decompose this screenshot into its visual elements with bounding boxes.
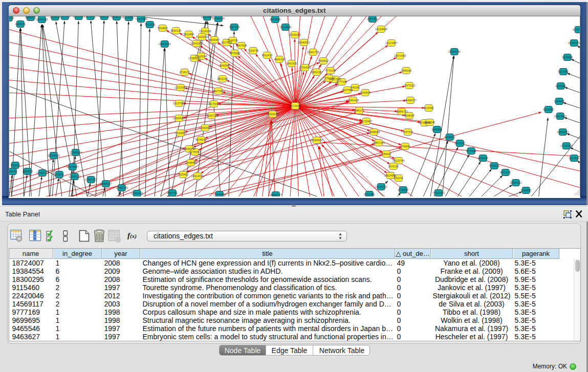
- svg-text:17957223: 17957223: [84, 178, 97, 181]
- svg-text:13226058: 13226058: [199, 30, 211, 33]
- svg-text:77752047: 77752047: [322, 77, 335, 80]
- svg-text:1745961: 1745961: [400, 145, 410, 148]
- svg-text:12923443: 12923443: [130, 192, 143, 195]
- svg-text:13325419: 13325419: [288, 33, 300, 36]
- svg-text:93103413: 93103413: [72, 16, 84, 18]
- svg-text:2803144: 2803144: [217, 77, 228, 80]
- svg-text:39153: 39153: [9, 170, 16, 173]
- svg-text:16154808: 16154808: [375, 28, 387, 31]
- svg-text:64835030: 64835030: [110, 16, 122, 18]
- svg-text:7625402: 7625402: [178, 173, 188, 176]
- svg-text:7346706: 7346706: [227, 39, 238, 42]
- svg-text:17016504: 17016504: [560, 144, 572, 147]
- svg-text:14914479: 14914479: [191, 174, 203, 178]
- svg-text:12342737: 12342737: [36, 171, 48, 174]
- svg-text:9084067: 9084067: [381, 152, 391, 156]
- svg-text:20206536: 20206536: [47, 154, 59, 157]
- svg-text:7663822: 7663822: [157, 27, 168, 30]
- svg-text:5578332: 5578332: [195, 138, 206, 141]
- svg-text:12975115: 12975115: [403, 84, 415, 87]
- svg-text:9338923: 9338923: [444, 136, 455, 139]
- svg-text:1244415: 1244415: [554, 100, 564, 103]
- svg-text:16648784: 16648784: [448, 50, 460, 53]
- svg-text:2935114: 2935114: [477, 157, 488, 160]
- svg-text:9245652: 9245652: [520, 189, 531, 192]
- svg-text:8215955: 8215955: [543, 108, 554, 111]
- svg-text:12213383: 12213383: [174, 86, 186, 89]
- svg-text:817004: 817004: [209, 102, 218, 105]
- svg-text:15720407: 15720407: [360, 120, 372, 123]
- svg-text:1156829: 1156829: [22, 170, 33, 173]
- svg-text:1615594: 1615594: [50, 16, 60, 18]
- svg-text:8427552: 8427552: [213, 90, 224, 93]
- svg-text:71756551: 71756551: [188, 150, 201, 154]
- svg-text:17359924: 17359924: [69, 151, 81, 154]
- svg-text:14099489: 14099489: [184, 161, 197, 164]
- svg-text:9912419: 9912419: [262, 54, 272, 57]
- svg-text:1405572: 1405572: [15, 23, 26, 26]
- svg-text:1733426: 1733426: [398, 188, 408, 191]
- svg-text:81223623: 81223623: [195, 35, 208, 38]
- svg-text:6475255: 6475255: [85, 16, 96, 18]
- svg-text:252234: 252234: [394, 177, 403, 180]
- svg-text:12213967: 12213967: [385, 41, 397, 45]
- svg-text:9242848: 9242848: [219, 64, 230, 67]
- svg-text:4966319: 4966319: [274, 58, 285, 61]
- svg-text:14120746: 14120746: [392, 159, 404, 162]
- svg-text:12353594: 12353594: [199, 126, 211, 129]
- svg-text:7187026: 7187026: [402, 130, 413, 134]
- svg-text:7816184: 7816184: [59, 16, 70, 18]
- svg-text:1615132: 1615132: [388, 165, 399, 168]
- svg-text:3875685: 3875685: [229, 52, 240, 55]
- svg-text:9227342: 9227342: [558, 70, 569, 73]
- svg-text:76320163: 76320163: [432, 191, 444, 194]
- svg-text:20364436: 20364436: [346, 99, 359, 102]
- svg-text:19384554: 19384554: [310, 139, 322, 142]
- svg-text:15300295: 15300295: [266, 113, 278, 116]
- svg-text:4192832: 4192832: [99, 16, 110, 18]
- svg-text:9115460: 9115460: [423, 106, 434, 110]
- svg-text:19218506: 19218506: [279, 26, 291, 29]
- svg-text:04499727: 04499727: [404, 99, 416, 102]
- svg-text:2867608: 2867608: [236, 44, 247, 47]
- svg-text:3912954: 3912954: [183, 33, 194, 36]
- svg-text:8471676: 8471676: [500, 171, 511, 174]
- svg-text:1640954: 1640954: [431, 128, 442, 131]
- svg-text:8813054: 8813054: [270, 18, 280, 21]
- svg-text:9457791: 9457791: [167, 191, 178, 194]
- svg-text:10975887: 10975887: [66, 165, 78, 168]
- svg-text:16210643: 16210643: [554, 115, 566, 118]
- svg-text:6690967: 6690967: [209, 38, 220, 41]
- svg-text:7515526: 7515526: [144, 23, 155, 26]
- svg-text:14136141: 14136141: [375, 185, 387, 188]
- svg-text:27354549: 27354549: [298, 66, 311, 69]
- svg-text:72423884: 72423884: [135, 17, 147, 20]
- svg-text:9474444: 9474444: [466, 149, 476, 152]
- svg-text:7632621: 7632621: [489, 164, 499, 167]
- svg-text:9777169: 9777169: [336, 80, 347, 83]
- svg-text:97848018: 97848018: [212, 17, 224, 20]
- svg-text:5240824: 5240824: [360, 91, 371, 94]
- svg-text:36995777: 36995777: [269, 193, 281, 196]
- svg-text:7770143: 7770143: [325, 69, 336, 72]
- svg-text:18267110: 18267110: [205, 114, 217, 117]
- svg-text:12505115: 12505115: [68, 175, 80, 178]
- svg-text:2718172: 2718172: [179, 71, 190, 74]
- svg-text:10107556: 10107556: [172, 102, 185, 105]
- svg-text:15751074: 15751074: [568, 41, 580, 45]
- svg-text:9636057: 9636057: [404, 114, 415, 117]
- svg-text:7193745: 7193745: [248, 49, 258, 52]
- svg-text:1491905: 1491905: [286, 62, 297, 65]
- svg-text:20053346: 20053346: [158, 42, 170, 46]
- svg-text:114519: 114519: [54, 173, 63, 176]
- svg-text:6497568: 6497568: [342, 89, 353, 92]
- svg-text:55886753: 55886753: [395, 110, 407, 113]
- svg-text:17080531: 17080531: [188, 57, 200, 60]
- svg-text:18724007: 18724007: [289, 104, 301, 107]
- svg-text:7485003: 7485003: [401, 69, 411, 72]
- svg-text:18807249: 18807249: [372, 141, 384, 144]
- svg-text:29946804: 29946804: [213, 193, 225, 196]
- svg-text:10543382: 10543382: [190, 42, 202, 45]
- svg-text:7357224: 7357224: [229, 26, 239, 29]
- svg-text:9329966: 9329966: [562, 56, 573, 59]
